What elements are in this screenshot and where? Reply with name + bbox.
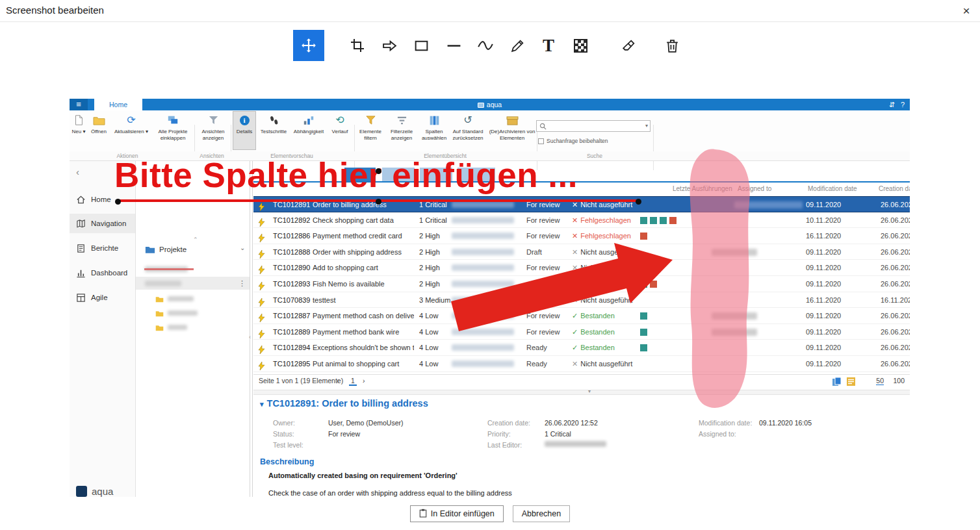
table-row[interactable]: TC1012894 Exceptions shouldn't be shown … [253, 340, 910, 356]
page-number[interactable]: 1 [349, 377, 357, 386]
tree-item[interactable] [136, 292, 250, 305]
ribbon-dearchivieren-button[interactable]: (De)Archivieren von Elementen [489, 112, 535, 149]
table-row[interactable]: TC1070839 testtest 3 Medium ✕Nicht ausge… [253, 292, 910, 309]
splitter-collapse-icon[interactable]: ‹ [249, 334, 251, 340]
crop-tool[interactable] [342, 30, 373, 61]
selection-handle[interactable] [376, 168, 381, 174]
sidebar-item-dashboard[interactable]: Dashboard [70, 263, 135, 283]
sidebar-item-navigation[interactable]: Navigation [70, 214, 135, 233]
cell-execution: ✓Bestanden [572, 324, 650, 340]
ribbon-aktualisieren-button[interactable]: ⟳ Aktualisieren ▾ [112, 112, 150, 149]
arrow-tool[interactable] [374, 30, 405, 61]
sort-icon[interactable]: ⇵ [889, 99, 895, 110]
sidebar-item-berichte[interactable]: Berichte [70, 238, 135, 258]
collapse-projects-icon [167, 113, 179, 127]
tab-home[interactable]: Home [94, 99, 142, 110]
ribbon-abhaengigkeit-button[interactable]: Abhängigkeit [291, 112, 326, 149]
cell-name: Payment method bank wire [313, 324, 414, 340]
ribbon-elemente-filtern-button[interactable]: Elemente filtern [356, 112, 385, 149]
cell-name: Payment method credit card [313, 228, 414, 244]
text-tool[interactable]: T [533, 30, 564, 61]
table-row[interactable]: TC1012889 Payment method bank wire 4 Low… [253, 324, 910, 340]
table-row[interactable]: TC1012890 Add to shopping cart 2 High Fo… [253, 260, 910, 276]
titlebar-actions: ⇵ ? [889, 99, 905, 110]
tree-item[interactable] [136, 321, 250, 334]
collapse-chevron-icon[interactable]: ▾ [260, 400, 264, 408]
chevron-up-icon[interactable]: ⌃ [193, 236, 198, 243]
ribbon-button-label: Verlauf [332, 129, 348, 135]
selection-handle[interactable] [636, 199, 641, 205]
ribbon-ansichten-anzeigen-button[interactable]: Ansichten anzeigen [197, 112, 229, 149]
curve-tool[interactable] [470, 30, 501, 61]
ribbon-verlauf-button[interactable]: ⟲ Verlauf [327, 112, 353, 149]
hamburger-menu-icon[interactable]: ≡ [70, 99, 88, 110]
table-row[interactable]: TC1012886 Payment method credit card 2 H… [253, 228, 910, 244]
pen-tool[interactable] [502, 30, 533, 61]
kebab-menu-icon[interactable]: ⋮ [239, 279, 246, 288]
ribbon-filterzeile-button[interactable]: Filterzeile anzeigen [386, 112, 417, 149]
move-tool[interactable] [293, 30, 324, 61]
ribbon-button-label: Abhängigkeit [294, 129, 324, 135]
keep-search-checkbox[interactable]: Suchanfrage beibehalten [538, 138, 608, 144]
cell-id: TC1012892 [273, 212, 311, 228]
horizontal-splitter[interactable]: ▾ [253, 390, 910, 395]
detail-title[interactable]: ▾TC1012891: Order to billing address [260, 398, 428, 409]
cell-id: TC1012888 [273, 244, 311, 260]
table-row[interactable]: TC1012887 Payment method cash on deliver… [253, 308, 910, 324]
table-row[interactable]: TC1012891 Order to billing address 1 Cri… [253, 196, 910, 212]
list-export-icon[interactable] [846, 377, 856, 388]
sidebar-item-agile[interactable]: Agile [70, 288, 135, 307]
execution-status-icon: ✕ [572, 360, 578, 368]
ribbon-auf-standard-button[interactable]: ↺ Auf Standard zurücksetzen [449, 112, 487, 149]
field-label: Last Editor: [487, 441, 522, 449]
tree-item[interactable]: ⋮ [136, 277, 250, 290]
projects-header[interactable]: Projekte [145, 243, 187, 256]
search-input[interactable]: ▾ [536, 120, 651, 132]
checkbox-icon [538, 138, 544, 144]
column-header-modified[interactable]: Modification date [808, 185, 857, 192]
chevron-down-icon[interactable]: ▾ [645, 123, 648, 129]
annotation-text[interactable]: Bitte Spalte hier einfügen ... [114, 158, 578, 192]
back-chevron-icon[interactable]: ‹ [76, 166, 79, 177]
panel-splitter[interactable] [252, 161, 253, 497]
pixelate-tool[interactable] [565, 30, 596, 61]
ribbon-oeffnen-button[interactable]: Öffnen [87, 112, 110, 149]
column-header-assigned[interactable]: Assigned to [738, 185, 771, 192]
page-prev-icon[interactable]: ‹ [337, 377, 339, 385]
page-next-icon[interactable]: › [363, 377, 365, 385]
selection-handle[interactable] [376, 199, 381, 205]
table-row[interactable]: TC1012893 Fish Nemo is available 2 High … [253, 276, 910, 292]
selection-handle[interactable] [115, 199, 121, 205]
cell-created: 26.06.2020 [881, 197, 910, 212]
copy-pages-icon[interactable] [832, 377, 842, 388]
table-row[interactable]: TC1012895 Put animal to shopping cart 4 … [253, 356, 910, 372]
help-icon[interactable]: ? [901, 99, 905, 110]
page-size-100[interactable]: 100 [893, 377, 905, 385]
ribbon-testschritte-button[interactable]: Testschritte [258, 112, 289, 149]
eraser-tool[interactable] [613, 30, 644, 61]
footsteps-icon [268, 113, 279, 127]
line-tool[interactable] [438, 30, 469, 61]
cancel-button[interactable]: Abbrechen [513, 505, 570, 522]
insert-button-label: In Editor einfügen [431, 509, 495, 518]
cell-modified: 09.11.2020 [806, 197, 851, 212]
chevron-down-icon[interactable]: ⌄ [240, 244, 245, 251]
close-icon[interactable]: × [958, 3, 975, 19]
page-size-50[interactable]: 50 [876, 377, 884, 385]
tree-item[interactable] [136, 262, 250, 275]
ribbon-button-label: Testschritte [261, 129, 287, 135]
tree-item[interactable] [136, 307, 250, 320]
table-row[interactable]: TC1012892 Check shopping cart data 1 Cri… [253, 212, 910, 229]
table-row[interactable]: TC1012888 Order with shipping address 2 … [253, 244, 910, 260]
ribbon-neu-button[interactable]: Neu ▾ [70, 112, 88, 149]
trash-tool[interactable] [656, 30, 688, 61]
ribbon-details-button[interactable]: i Details [233, 112, 255, 149]
column-header-created[interactable]: Creation date [879, 185, 910, 192]
description-text-2: Check the case of an order with shipping… [268, 489, 512, 497]
cell-name: Exceptions shouldn't be shown t... [313, 340, 414, 355]
ribbon-alle-projekte-button[interactable]: Alle Projekte einklappen [153, 112, 193, 149]
column-header-executions[interactable]: Letzte Ausführungen [673, 185, 732, 192]
insert-in-editor-button[interactable]: In Editor einfügen [410, 505, 504, 522]
rectangle-tool[interactable] [406, 30, 437, 61]
ribbon-spalten-button[interactable]: Spalten auswählen [419, 112, 450, 149]
